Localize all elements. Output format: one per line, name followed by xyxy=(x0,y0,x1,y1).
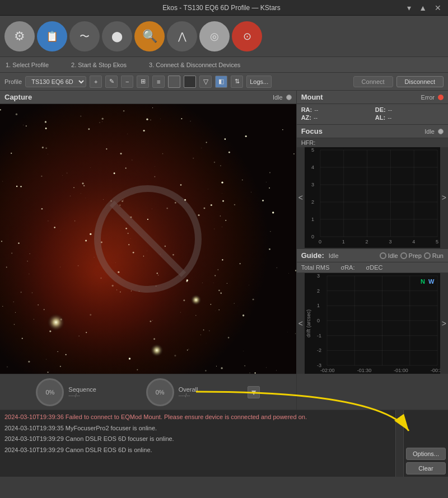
guide-radio-group: Idle Prep Run xyxy=(380,252,444,259)
guide-status-text: Idle xyxy=(329,252,339,259)
capture-status: Idle xyxy=(273,94,292,101)
title-bar-controls[interactable]: ▾ ▲ ✕ xyxy=(405,3,444,12)
mount-coords: RA: -- DE: -- AZ: -- AL: -- xyxy=(297,104,448,124)
sequence-sub: ----/-- xyxy=(68,393,96,398)
profile-bar: Profile TS130 EQ6 6D + ✎ − ⊞ ≡ ▽ ◧ ⇅ Log… xyxy=(0,73,448,91)
remove-profile-button[interactable]: − xyxy=(121,76,133,88)
guide-radio-run[interactable]: Run xyxy=(424,252,444,259)
log-entry: 2024-03-10T19:39:29 Canon DSLR EOS 6D fo… xyxy=(4,434,391,444)
overall-progress-value: 0% xyxy=(156,389,165,396)
mount-az: AZ: -- xyxy=(301,114,370,121)
focus-chart-right-button[interactable]: > xyxy=(440,147,448,248)
focus-chart: < > xyxy=(297,147,448,248)
mount-status-dot xyxy=(438,95,444,100)
maximize-button[interactable]: ▲ xyxy=(417,3,429,12)
add-profile-button[interactable]: + xyxy=(90,76,102,88)
guide-radio-idle-dot xyxy=(380,252,386,259)
sequence-progress-group: 0% Sequence ----/-- xyxy=(36,378,96,406)
main-content: Capture Idle 0% Sequence xyxy=(0,91,448,410)
expand-button[interactable]: ▼ xyxy=(248,386,260,398)
title-bar-title: Ekos - TS130 EQ6 6D Profile — KStars xyxy=(38,4,405,12)
capture-footer: 0% Sequence ----/-- 0% Overall ----/-- ▼ xyxy=(0,374,296,410)
no-capture-icon xyxy=(92,183,204,295)
log-actions: Options... Clear xyxy=(403,410,448,477)
profile-select[interactable]: TS130 EQ6 6D xyxy=(25,76,86,87)
guide-icon[interactable]: ⊙ xyxy=(232,21,262,51)
mount-status-text: Error xyxy=(421,94,435,101)
overall-label: Overall xyxy=(179,386,198,393)
guide-header: Guide: Idle Idle Prep Run xyxy=(297,248,448,262)
guide-chart-canvas xyxy=(305,273,440,374)
connect-button[interactable]: Connect xyxy=(353,76,393,87)
camera-icon[interactable]: ⬤ xyxy=(102,21,132,51)
guide-stats: Total RMS σRA: σDEC xyxy=(297,262,448,273)
overall-labels: Overall ----/-- xyxy=(179,386,198,398)
mount-section: Mount Error RA: -- DE: -- AZ: -- xyxy=(297,91,448,125)
guide-odec-label: σDEC xyxy=(366,264,383,271)
clear-button[interactable]: Clear xyxy=(406,462,446,474)
capture-image xyxy=(0,104,296,374)
guide-title: Guide: xyxy=(301,251,324,260)
sequence-labels: Sequence ----/-- xyxy=(68,386,96,398)
log-area: 2024-03-10T19:39:36 Failed to connect to… xyxy=(0,410,448,477)
capture-status-text: Idle xyxy=(273,94,283,101)
settings-profile-button[interactable]: ≡ xyxy=(152,76,165,88)
focus-header: Focus Idle xyxy=(297,125,448,138)
close-button[interactable]: ✕ xyxy=(432,3,444,12)
guide-chart-left-button[interactable]: < xyxy=(297,273,305,374)
mount-de: DE: -- xyxy=(375,106,444,113)
step-3: 3. Connect & Disconnect Devices xyxy=(138,62,251,68)
log-entry: 2024-03-10T19:39:29 Canon DSLR EOS 6D is… xyxy=(4,445,391,455)
mount-title: Mount xyxy=(301,93,323,101)
overall-sub: ----/-- xyxy=(179,393,198,398)
step-2: 2. Start & Stop Ekos xyxy=(60,62,138,68)
square2-button[interactable] xyxy=(184,76,196,88)
mount-ra: RA: -- xyxy=(301,106,370,113)
focus-hfr-label: HFR: xyxy=(297,138,448,147)
profile-label: Profile xyxy=(4,78,22,85)
target-icon[interactable]: ◎ xyxy=(199,21,230,51)
log-content: 2024-03-10T19:39:36 Failed to connect to… xyxy=(0,410,395,477)
disconnect-button[interactable]: Disconnect xyxy=(396,76,444,87)
telescope-icon[interactable]: ⋀ xyxy=(167,21,197,51)
guide-ora-label: σRA: xyxy=(340,264,354,271)
info-icon[interactable]: 📋 xyxy=(37,21,67,51)
toolbar: ⚙ 📋 〜 ⬤ 🔍 ⋀ ◎ ⊙ xyxy=(0,16,448,57)
capture-status-dot xyxy=(286,95,292,100)
log-scrollbar[interactable] xyxy=(395,410,403,477)
log-entry: 2024-03-10T19:39:35 MyFocuserPro2 focuse… xyxy=(4,424,391,434)
grid-button[interactable]: ⊞ xyxy=(137,76,149,88)
search-icon[interactable]: 🔍 xyxy=(134,21,165,51)
logs-button[interactable]: Logs... xyxy=(246,76,272,88)
overall-progress-group: 0% Overall ----/-- xyxy=(146,378,198,406)
focus-chart-left-button[interactable]: < xyxy=(297,147,305,248)
sequence-progress-value: 0% xyxy=(45,389,54,396)
edit-profile-button[interactable]: ✎ xyxy=(105,76,118,88)
guide-total-rms-label: Total RMS xyxy=(301,264,330,271)
sequence-label: Sequence xyxy=(68,386,96,393)
options-button[interactable]: Options... xyxy=(406,448,446,460)
capture-title: Capture xyxy=(4,93,32,101)
square1-button[interactable] xyxy=(168,76,180,88)
minimize-button[interactable]: ▾ xyxy=(405,3,413,12)
chart-icon[interactable]: 〜 xyxy=(69,21,100,51)
guide-radio-prep[interactable]: Prep xyxy=(400,252,422,259)
step-1: 1. Select Profile xyxy=(6,62,60,68)
guide-radio-idle[interactable]: Idle xyxy=(380,252,398,259)
guide-radio-prep-dot xyxy=(400,252,407,259)
card-button[interactable]: ◧ xyxy=(215,76,227,88)
guide-chart-right-button[interactable]: > xyxy=(440,273,448,374)
filter-button[interactable]: ▽ xyxy=(199,76,212,88)
focus-section: Focus Idle HFR: < > xyxy=(297,125,448,248)
sequence-progress-circle: 0% xyxy=(36,378,64,406)
guide-chart: < > xyxy=(297,273,448,374)
right-panel: Mount Error RA: -- DE: -- AZ: -- xyxy=(297,91,448,410)
focus-status-dot xyxy=(438,129,444,134)
mount-al: AL: -- xyxy=(375,114,444,121)
sliders-button[interactable]: ⇅ xyxy=(231,76,243,88)
log-entry: 2024-03-10T19:39:36 Failed to connect to… xyxy=(4,412,391,422)
guide-chart-inner xyxy=(305,273,440,374)
steps-bar: 1. Select Profile 2. Start & Stop Ekos 3… xyxy=(0,57,448,73)
settings-icon[interactable]: ⚙ xyxy=(4,21,35,51)
overall-progress-circle: 0% xyxy=(146,378,174,406)
